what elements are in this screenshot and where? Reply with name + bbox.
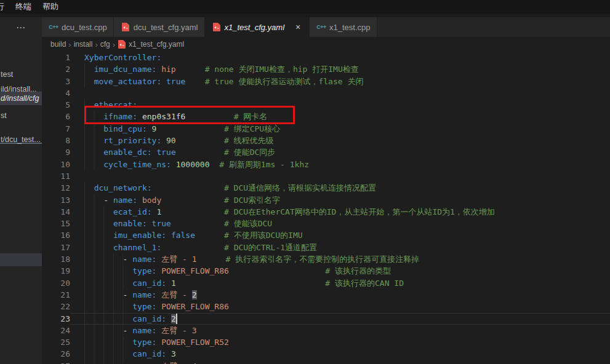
token-k: can_id: — [132, 279, 166, 288]
token-k: name: — [113, 196, 137, 205]
token-s: POWER_FLOW_R86 — [161, 266, 229, 275]
sidebar-item-2[interactable]: d/install/cfg — [0, 92, 42, 105]
menu-item-1[interactable]: 终端 — [10, 0, 37, 14]
code-line-25[interactable]: 25type: POWER_FLOW_R52 — [42, 336, 610, 348]
line-number: 3 — [42, 76, 70, 87]
cpp-file-icon: C++ — [317, 23, 326, 31]
code-line-27[interactable]: 27- name: 左臂 - 4 — [42, 360, 610, 364]
token-c: # 该执行器的类型 — [229, 266, 391, 275]
breadcrumb-item-install[interactable]: install — [74, 40, 93, 49]
token-p — [137, 112, 142, 121]
breadcrumb-file[interactable]: x1_test_cfg.yaml — [118, 40, 184, 49]
indent-guides — [84, 301, 132, 312]
token-p — [166, 279, 171, 288]
code-line-21[interactable]: 21- name: 左臂 - 2 — [42, 289, 610, 301]
token-c: # DCU索引名字 — [161, 196, 280, 205]
token-p — [161, 77, 166, 86]
code-line-15[interactable]: 15enable: true # 使能该DCU — [42, 218, 610, 229]
code-line-9[interactable]: 9enable_dc: true # 使能DC同步 — [42, 146, 610, 158]
code-line-19[interactable]: 19type: POWER_FLOW_R86 # 该执行器的类型 — [42, 265, 610, 277]
code-line-16[interactable]: 16imu_enable: false # 不使用该DCU的IMU — [42, 229, 610, 241]
code-line-23[interactable]: 23can_id: 2 — [42, 313, 610, 325]
indent-guides — [84, 99, 94, 111]
code-line-20[interactable]: 20can_id: 1 # 该执行器的CAN ID — [42, 277, 610, 289]
line-content: can_id: 2 — [70, 313, 177, 325]
code-line-17[interactable]: 17channel_1: # DCU的CTRL-1通道配置 — [42, 242, 610, 253]
line-number: 24 — [42, 325, 70, 336]
code-line-2[interactable]: 2imu_dcu_name: hip # none 关闭IMU检查，hip 打开… — [42, 63, 610, 75]
token-b: true — [156, 148, 175, 157]
code-line-18[interactable]: 18- name: 左臂 - 1 # 执行器索引名字，不需要控制的执行器可直接注… — [42, 253, 610, 265]
indent-guides — [84, 277, 132, 289]
menu-item-0[interactable]: 行 — [0, 0, 10, 14]
line-number: 12 — [42, 182, 70, 194]
breadcrumb-item-cfg[interactable]: cfg — [100, 40, 110, 49]
token-k: ethercat: — [94, 100, 137, 109]
tab-label: dcu_test.cpp — [62, 23, 107, 32]
indent-guides — [84, 111, 103, 122]
sidebar-item-3[interactable]: st — [0, 109, 42, 122]
line-content: ecat_id: 1 # DCU在EtherCAT网络中的ID，从主站开始，第一… — [70, 206, 495, 218]
code-editor[interactable]: 1XyberController:2imu_dcu_name: hip # no… — [42, 52, 610, 364]
token-p — [166, 314, 171, 323]
indent-guides — [84, 182, 94, 194]
code-line-24[interactable]: 24- name: 左臂 - 3 — [42, 325, 610, 336]
indent-guides — [84, 325, 123, 336]
breadcrumb-separator: › — [68, 40, 71, 49]
code-line-4[interactable]: 4 — [42, 87, 610, 99]
token-c: # 网卡名 — [185, 112, 267, 121]
indent-guides — [84, 336, 132, 348]
code-line-10[interactable]: 10cycle_time_ns: 1000000 # 刷新周期1ms - 1kh… — [42, 159, 610, 170]
close-icon[interactable]: × — [293, 23, 303, 31]
indent-guides — [84, 206, 113, 218]
token-p: - — [123, 290, 133, 299]
line-number: 4 — [42, 87, 70, 99]
token-b: true — [166, 77, 185, 86]
line-content: type: POWER_FLOW_R52 — [70, 336, 229, 348]
tab-dcu_test.cpp[interactable]: C++dcu_test.cpp — [42, 17, 114, 37]
tab-x1_test.cpp[interactable]: C++x1_test.cpp — [310, 17, 377, 37]
line-content: can_id: 3 — [70, 348, 176, 360]
line-content: - name: 左臂 - 4 — [70, 360, 197, 364]
line-content: type: POWER_FLOW_R86 # 该执行器的类型 — [70, 265, 391, 277]
tab-x1_test_cfg.yaml[interactable]: x1_test_cfg.yaml× — [205, 17, 310, 37]
sidebar-highlight-row[interactable] — [0, 253, 42, 266]
code-line-8[interactable]: 8rt_priority: 90 # 线程优先级 — [42, 135, 610, 146]
token-p — [171, 160, 176, 169]
line-number: 6 — [42, 111, 70, 122]
code-line-7[interactable]: 7bind_cpu: 9 # 绑定CPU核心 — [42, 123, 610, 135]
token-n: 1000000 — [176, 160, 210, 169]
line-number: 21 — [42, 289, 70, 301]
code-line-3[interactable]: 3move_actuator: true # true 使能执行器运动测试，fl… — [42, 76, 610, 87]
sidebar-item-0[interactable]: test — [0, 68, 42, 81]
code-line-14[interactable]: 14ecat_id: 1 # DCU在EtherCAT网络中的ID，从主站开始，… — [42, 206, 610, 218]
sidebar-item-4[interactable]: t/dcu_test... — [0, 133, 42, 146]
menu-item-2[interactable]: 帮助 — [37, 0, 64, 14]
code-line-1[interactable]: 1XyberController: — [42, 52, 610, 63]
token-k: name: — [132, 362, 156, 364]
token-k: channel_1: — [113, 243, 161, 252]
token-k: imu_enable: — [113, 231, 166, 240]
more-actions-icon[interactable]: ⋯ — [0, 18, 42, 37]
token-s: 左臂 - — [161, 290, 191, 299]
code-line-12[interactable]: 12dcu_network: # DCU通信网络，请根据实机连接情况配置 — [42, 182, 610, 194]
text-cursor — [176, 314, 177, 324]
code-line-6[interactable]: 6ifname: enp0s31f6 # 网卡名 — [42, 111, 610, 122]
code-line-26[interactable]: 26can_id: 3 — [42, 348, 610, 360]
code-line-11[interactable]: 11 — [42, 170, 610, 182]
line-content: channel_1: # DCU的CTRL-1通道配置 — [70, 242, 317, 253]
breadcrumb-item-build[interactable]: build — [50, 40, 66, 49]
line-number: 18 — [42, 253, 70, 265]
token-k: name: — [132, 326, 156, 335]
code-line-13[interactable]: 13- name: body # DCU索引名字 — [42, 194, 610, 206]
token-s: hip — [161, 65, 175, 74]
code-line-22[interactable]: 22type: POWER_FLOW_R86 — [42, 301, 610, 312]
token-s: 左臂 - 4 — [161, 362, 196, 364]
code-line-5[interactable]: 5ethercat: — [42, 99, 610, 111]
token-k: type: — [132, 266, 156, 275]
tab-dcu_test_cfg.yaml[interactable]: dcu_test_cfg.yaml — [114, 17, 205, 37]
token-c: # 该执行器的CAN ID — [176, 279, 404, 288]
token-k: cycle_time_ns: — [103, 160, 171, 169]
token-hl: 2 — [171, 314, 176, 323]
line-content: can_id: 1 # 该执行器的CAN ID — [70, 277, 404, 289]
